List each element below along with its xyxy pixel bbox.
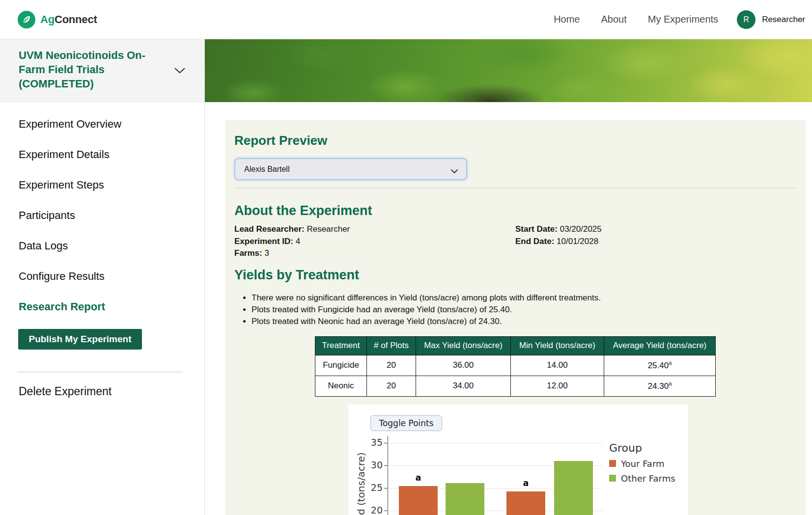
table-cell: 36.00	[416, 355, 511, 376]
user-avatar[interactable]: R	[737, 10, 756, 29]
yields-heading: Yields by Treatment	[234, 267, 796, 283]
nav-link-home[interactable]: Home	[554, 14, 580, 25]
y-tick-mark	[384, 511, 388, 511]
y-tick-mark	[384, 488, 388, 488]
yield-table: Treatment# of PlotsMax Yield (tons/acre)…	[315, 336, 716, 397]
yield-table-body: Fungicide2036.0014.0025.40aNeonic2034.00…	[315, 355, 716, 396]
legend-entries: Your FarmOther Farms	[609, 459, 687, 484]
bar-other-farms-neonic	[554, 461, 593, 515]
nav-link-my-experiments[interactable]: My Experiments	[648, 14, 718, 25]
bar-other-farms-fungicide	[446, 483, 484, 515]
experiment-selector[interactable]: UVM Neonicotinoids On-Farm Field Trials …	[0, 39, 204, 102]
detail-label: Lead Researcher:	[234, 224, 307, 234]
reviewer-select-value: Alexis Bartell	[244, 165, 289, 174]
table-cell: 34.00	[416, 376, 511, 396]
yield-summary-list: There were no significant differences in…	[234, 292, 796, 327]
detail-label: Start Date:	[515, 224, 560, 234]
sidebar: UVM Neonicotinoids On-Farm Field Trials …	[0, 39, 205, 515]
publish-experiment-button[interactable]: Publish My Experiment	[18, 329, 142, 350]
about-heading: About the Experiment	[234, 202, 796, 219]
yield-summary-bullet: Plots treated with Neonic had an average…	[252, 316, 796, 327]
detail-value: 3	[264, 248, 269, 258]
y-tick-mark	[384, 465, 388, 466]
section-divider	[234, 188, 796, 188]
toggle-points-button[interactable]: Toggle Points	[370, 415, 442, 431]
sidebar-item-experiment-details[interactable]: Experiment Details	[0, 139, 204, 170]
table-cell: 25.40a	[604, 355, 716, 376]
legend-swatch	[609, 475, 616, 482]
table-cell: Fungicide	[315, 355, 367, 376]
detail-value: 4	[296, 237, 300, 246]
sidebar-item-data-logs[interactable]: Data Logs	[0, 231, 204, 261]
about-column-2: Start Date: 03/20/2025End Date: 10/01/20…	[515, 223, 796, 260]
sidebar-nav: Experiment OverviewExperiment DetailsExp…	[0, 102, 204, 322]
detail-label: End Date:	[515, 237, 557, 246]
table-header-cell: Treatment	[315, 336, 367, 355]
significance-label: a	[414, 473, 423, 483]
yield-chart: Toggle Points 35302520aa Yield (tons/acr…	[348, 405, 688, 515]
sidebar-item-experiment-steps[interactable]: Experiment Steps	[0, 170, 204, 200]
about-details: Lead Researcher: ResearcherExperiment ID…	[234, 223, 796, 260]
legend-swatch	[609, 460, 616, 467]
about-column-1: Lead Researcher: ResearcherExperiment ID…	[234, 223, 515, 260]
detail-farms: Farms: 3	[234, 247, 515, 260]
table-header-cell: Average Yield (tons/acre)	[604, 336, 716, 355]
detail-value: 03/20/2025	[560, 224, 602, 234]
legend-entry-label: Other Farms	[621, 473, 675, 484]
detail-experiment-id: Experiment ID: 4	[234, 236, 515, 248]
table-header-cell: # of Plots	[367, 336, 416, 355]
reviewer-select[interactable]: Alexis Bartell	[234, 158, 467, 180]
table-cell: 14.00	[511, 355, 604, 376]
report-preview-title: Report Preview	[234, 133, 796, 148]
bar-your-farm-neonic	[506, 491, 545, 515]
table-row: Fungicide2036.0014.0025.40a	[315, 355, 716, 376]
y-tick-label: 35	[357, 437, 383, 448]
table-row: Neonic2034.0012.0024.30a	[315, 376, 716, 396]
legend-entry-your-farm[interactable]: Your Farm	[609, 459, 687, 469]
detail-end-date: End Date: 10/01/2028	[515, 236, 796, 248]
yield-summary-bullet: There were no significant differences in…	[252, 292, 796, 304]
yield-summary-bullet: Plots treated with Fungicide had an aver…	[252, 304, 796, 316]
legend-title: Group	[609, 442, 687, 454]
y-tick-mark	[384, 443, 388, 443]
experiment-title: UVM Neonicotinoids On-Farm Field Trials …	[19, 48, 159, 91]
table-cell: 12.00	[511, 376, 604, 396]
report-preview-panel: Report Preview Alexis Bartell About the …	[225, 120, 806, 515]
sidebar-item-configure-results[interactable]: Configure Results	[0, 261, 204, 292]
legend-entry-label: Your Farm	[621, 459, 665, 469]
brand-logo[interactable]: AgConnect	[18, 11, 97, 28]
navbar-links: HomeAboutMy Experiments	[554, 14, 718, 25]
detail-value: Researcher	[307, 224, 350, 234]
detail-lead-researcher: Lead Researcher: Researcher	[234, 223, 515, 236]
sidebar-item-participants[interactable]: Participants	[0, 200, 204, 231]
detail-start-date: Start Date: 03/20/2025	[515, 223, 796, 236]
brand-name: AgConnect	[40, 13, 97, 26]
user-name: Researcher	[762, 15, 805, 25]
sidebar-item-experiment-overview[interactable]: Experiment Overview	[0, 109, 204, 139]
top-navbar: AgConnect HomeAboutMy Experiments R Rese…	[0, 0, 812, 39]
app-root: AgConnect HomeAboutMy Experiments R Rese…	[0, 0, 812, 515]
bar-your-farm-fungicide	[399, 486, 438, 515]
detail-value: 10/01/2028	[557, 237, 598, 246]
table-cell: Neonic	[315, 376, 367, 396]
hero-image	[205, 39, 812, 102]
sidebar-item-research-report[interactable]: Research Report	[0, 292, 204, 322]
y-axis-line	[388, 436, 388, 515]
legend-entry-other-farms[interactable]: Other Farms	[609, 473, 687, 484]
yield-table-head: Treatment# of PlotsMax Yield (tons/acre)…	[315, 336, 716, 355]
sidebar-divider	[17, 372, 183, 372]
gridline-y35	[388, 443, 602, 443]
significance-label: a	[521, 478, 531, 488]
chart-legend: Group Your FarmOther Farms	[609, 442, 687, 484]
chevron-down-icon	[450, 167, 458, 176]
table-header-cell: Min Yield (tons/acre)	[511, 336, 604, 355]
chevron-down-icon	[174, 67, 186, 76]
table-header-cell: Max Yield (tons/acre)	[416, 336, 511, 355]
table-cell: 20	[367, 355, 416, 376]
detail-label: Experiment ID:	[234, 237, 296, 246]
delete-experiment-link[interactable]: Delete Experiment	[19, 385, 204, 398]
table-cell: 24.30a	[604, 376, 716, 396]
nav-link-about[interactable]: About	[601, 14, 626, 25]
table-cell: 20	[367, 376, 416, 396]
y-axis-label: Yield (tons/acre)	[355, 459, 367, 515]
